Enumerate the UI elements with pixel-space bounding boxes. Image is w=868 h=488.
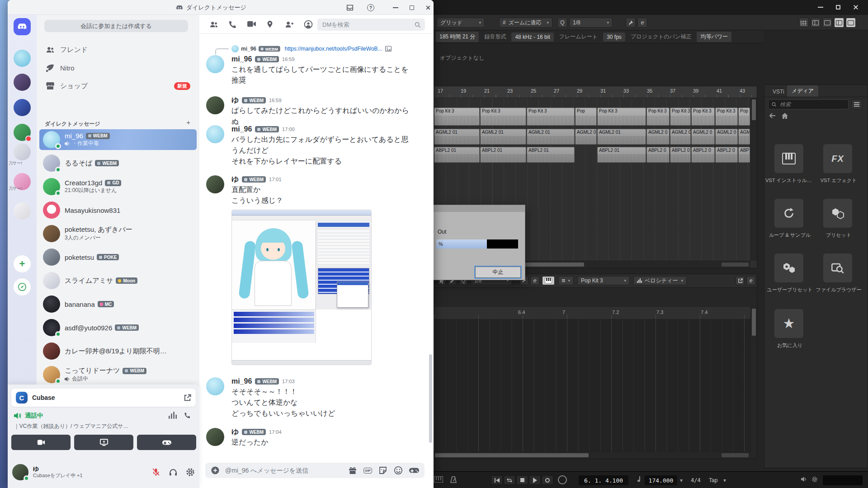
setup-window-layout-button[interactable] — [799, 18, 809, 28]
dm-list-item[interactable]: poketetsu POKE — [39, 247, 197, 267]
audio-clip[interactable]: ABPL2 01 — [597, 147, 646, 163]
position-display[interactable]: 6. 1. 4.100 — [579, 475, 628, 485]
message-author[interactable]: mi_96 — [231, 377, 252, 385]
server-icon[interactable] — [14, 74, 31, 91]
lower-zone-toggle[interactable] — [822, 18, 832, 28]
sidebar-item-nitro[interactable]: Nitro — [40, 60, 196, 76]
dm-list-item[interactable]: スライムアミサ Moon — [39, 270, 197, 291]
audio-clip[interactable]: ABPL2 01 — [480, 147, 526, 163]
editor-ruler[interactable]: 6.477.27.37.4 — [434, 306, 757, 319]
minimize-button[interactable] — [390, 2, 401, 13]
audio-clip[interactable]: AGML2 01 — [527, 129, 575, 145]
settings-button[interactable] — [186, 468, 195, 477]
avatar[interactable] — [206, 175, 224, 193]
audio-clip[interactable]: Pop Kit 3 — [527, 108, 575, 126]
help-button[interactable]: ? — [365, 2, 376, 13]
tab-vsti[interactable]: VSTi — [768, 87, 789, 97]
running-app-card[interactable]: C Cubase — [11, 389, 196, 407]
tile-favorites[interactable]: ★ — [774, 309, 803, 338]
message-author[interactable]: ゆ — [231, 427, 239, 437]
zoom-slider[interactable] — [722, 453, 749, 457]
call-channel-name[interactable]: ｜VC作業（雑談あり）/ ウェブマニア公式サ… — [14, 422, 191, 430]
audio-clip[interactable]: AGML2 0 — [575, 129, 597, 145]
server-icon[interactable] — [14, 202, 31, 220]
pin-icon[interactable] — [266, 20, 274, 29]
tile-loops-samples[interactable] — [774, 199, 803, 228]
audio-clip[interactable]: AGML2 0 — [670, 129, 691, 145]
play-button[interactable] — [529, 475, 541, 485]
quantize-setup-button[interactable] — [626, 18, 636, 28]
audio-clip[interactable]: Pop Kit 3 — [715, 108, 738, 126]
audio-clip[interactable]: AGML2 0 — [715, 129, 738, 145]
goto-start-button[interactable] — [491, 475, 503, 485]
inbox-button[interactable] — [344, 2, 355, 13]
avatar[interactable] — [206, 96, 224, 114]
join-create-conversation-button[interactable]: 会話に参加または作成する — [44, 20, 188, 32]
jog-wheel[interactable] — [558, 475, 567, 484]
tile-vst-effects[interactable]: FX — [823, 144, 852, 173]
audio-clip[interactable]: Pop Kit 3 — [434, 108, 480, 126]
timeline-ruler[interactable]: 1719212325272931333537394143 — [434, 86, 757, 98]
audio-clip[interactable]: Pop Kit 3 — [597, 108, 646, 126]
right-zone-toggle[interactable] — [834, 18, 844, 28]
dm-list-item[interactable]: Creator13gd GD 21:00以降はいません — [39, 176, 197, 197]
minimize-button[interactable] — [815, 2, 826, 13]
vertical-scrollbar[interactable] — [750, 98, 757, 261]
tab-media[interactable]: メディア — [787, 85, 818, 97]
audio-clip[interactable]: ABPL2 0 — [670, 147, 691, 163]
dm-list-item[interactable]: Masayukisnow831 — [39, 200, 197, 221]
audio-clip[interactable]: ABPL2 0 — [715, 147, 738, 163]
edit-button[interactable]: e — [530, 276, 539, 285]
voice-call-button[interactable] — [228, 20, 237, 29]
lane-presets-dropdown[interactable]: ▾ — [558, 276, 574, 285]
record-button[interactable] — [542, 475, 553, 485]
audio-clip[interactable]: ABPL2 01 — [527, 147, 575, 163]
tile-presets[interactable] — [823, 199, 852, 228]
attachment-image[interactable] — [231, 210, 372, 365]
audio-clip[interactable]: AGM — [738, 129, 750, 145]
audio-clip[interactable]: AGML2 0 — [691, 129, 715, 145]
home-button[interactable] — [14, 18, 31, 35]
tempo-display[interactable]: 174.000 — [645, 475, 677, 485]
activities-button[interactable] — [137, 435, 196, 450]
close-button[interactable] — [423, 2, 434, 13]
note-display-toggle[interactable] — [542, 276, 555, 285]
dm-list-item[interactable]: mi_96 WEBM ・作業中毒 — [39, 129, 197, 150]
audio-clip[interactable]: Pop — [575, 108, 597, 126]
chevron-down-icon[interactable]: ▾ — [723, 477, 726, 483]
add-server-button[interactable]: + — [14, 255, 31, 272]
editor-settings-button[interactable]: e — [746, 276, 755, 285]
server-icon[interactable] — [14, 124, 31, 141]
dm-list-item[interactable]: bananana MC — [39, 294, 197, 314]
dm-search-input[interactable] — [321, 21, 411, 28]
controller-lane-dropdown[interactable]: ベロシティー ▾ — [633, 276, 687, 285]
quantize-value-dropdown[interactable]: 1/8 ▾ — [569, 18, 613, 28]
results-list-button[interactable] — [851, 99, 862, 109]
attach-file-button[interactable] — [211, 466, 220, 475]
dm-search-box[interactable] — [317, 19, 425, 31]
deafen-button[interactable] — [169, 468, 178, 477]
dm-list-item[interactable]: こってりドーナツ WEBM 会話中 — [39, 364, 197, 385]
camera-button[interactable] — [11, 435, 71, 450]
audio-clip[interactable]: Pop — [738, 108, 750, 126]
message-author[interactable]: mi_96 — [231, 55, 252, 63]
reply-reference[interactable]: mi_96 WEBM https://manjubox.net/tools/Ps… — [231, 44, 424, 53]
create-dm-button[interactable]: + — [186, 118, 190, 126]
gear-icon[interactable] — [811, 476, 818, 483]
dm-list-item[interactable]: asdf@yuto0926 WEBM — [39, 317, 197, 338]
message-author[interactable]: ゆ — [231, 96, 239, 105]
scrollbar-thumb[interactable] — [435, 453, 589, 457]
group-members-icon[interactable] — [209, 20, 218, 29]
audio-clip[interactable]: Pop Kit 3 — [691, 108, 715, 126]
user-profile-button[interactable] — [304, 20, 313, 29]
user-avatar[interactable] — [12, 464, 28, 480]
cycle-button[interactable] — [504, 475, 515, 485]
home-icon[interactable] — [782, 113, 788, 119]
media-search-box[interactable] — [768, 99, 849, 109]
audio-clip[interactable]: AGML2 01 — [597, 129, 646, 145]
stop-button[interactable] — [516, 475, 528, 485]
audio-clip[interactable]: AGML2 0 — [646, 129, 670, 145]
dm-list-item[interactable]: poketetsu, あずきバー 3人のメンバー — [39, 223, 197, 244]
game-activity-button[interactable] — [409, 467, 419, 474]
tap-tempo-button[interactable]: Tap — [709, 477, 717, 483]
